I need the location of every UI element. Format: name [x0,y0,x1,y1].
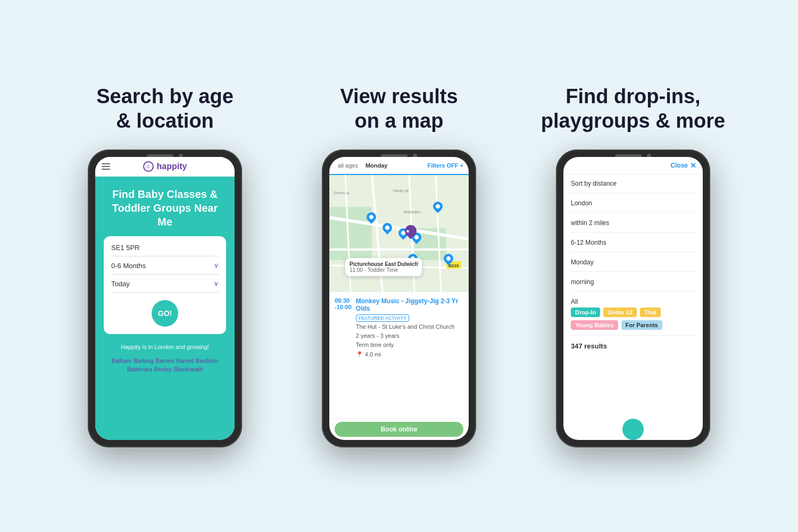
tag-dropin[interactable]: Drop-In [571,307,600,317]
screen3-topbar: Close ✕ [563,157,703,174]
result-badge: FEATURED ACTIVITY [356,314,409,322]
search-form: SE1 5PR 0-6 Months ∨ Today ∨ G [104,236,226,334]
day-field[interactable]: Today ∨ [111,280,219,293]
screen1-body: Find Baby Classes &Toddler Groups NearMe… [95,177,235,440]
chevron-down-icon: ∨ [214,262,219,269]
callout-sub: 11:00 - Toddler Time [350,267,418,273]
filter-time[interactable]: morning [571,278,695,292]
screen2-topbar: all ages Monday Filters OFF + [329,157,469,175]
hamburger-icon[interactable] [102,163,110,170]
filter-location[interactable]: London [571,200,695,213]
filters-button[interactable]: Filters OFF + [427,162,463,169]
tag-under2[interactable]: Under £2 [603,307,637,317]
result-ages: 2 years - 3 years [356,332,463,340]
day-value: Today [111,280,130,288]
city-link[interactable]: Balham [112,358,131,364]
city-link[interactable]: Basildon [196,358,218,364]
chevron-down-icon-2: ∨ [214,280,219,287]
location-field[interactable]: SE1 5PR [111,244,219,256]
close-button[interactable]: Close ✕ [670,161,696,170]
close-label: Close [670,162,688,169]
result-name[interactable]: Monkey Music - Jiggety-Jig 2-3 Yr Olds [356,297,463,312]
panel-search: Search by age& location ☺ happity [59,85,271,447]
result-time: 09:30-10:00 [335,297,352,359]
ages-chip[interactable]: all ages [335,161,361,170]
filters-body: Sort by distance London within 2 miles 6… [563,174,703,417]
city-link[interactable]: Battersea [127,366,152,372]
screen1-headline: Find Baby Classes &Toddler Groups NearMe [104,187,226,229]
phone1-screen: ☺ happity Find Baby Classes &Toddler Gro… [95,157,235,440]
city-links: Balham Barking Barnes Barnet Basildon Ba… [104,358,226,372]
results-count: 347 results [571,342,695,350]
fab-button[interactable] [622,419,644,440]
filter-type-label: All [571,298,578,305]
svg-text:B219: B219 [448,263,459,268]
callout-close[interactable]: ✕ [415,260,420,265]
phone3-screen: Close ✕ Sort by distance London within 2… [563,157,703,440]
tag-for-parents[interactable]: For Parents [621,320,662,330]
close-icon: ✕ [690,161,696,170]
svg-text:Grove La.: Grove La. [334,191,350,195]
city-link[interactable]: Blackheath [174,366,203,372]
city-link[interactable]: Barnes [156,358,174,364]
svg-text:Danby St: Danby St [393,189,409,193]
phone-2: all ages Monday Filters OFF + [322,149,476,447]
result-type: Term time only [356,341,463,349]
result-distance: 📍 4.0 mi [356,351,463,359]
result-venue: The Hut - St Luke's and Christ Church [356,323,463,331]
location-value: SE1 5PR [111,244,139,252]
screen2: all ages Monday Filters OFF + [329,157,469,440]
book-online-button[interactable]: Book online [335,422,463,437]
city-link[interactable]: Barnet [176,358,193,364]
screen1-header: ☺ happity [95,157,235,177]
filter-age[interactable]: 6-12 Months [571,239,695,252]
result-item: 09:30-10:00 Monkey Music - Jiggety-Jig 2… [329,292,469,419]
panel-filters: Find drop-ins,playgroups & more Close ✕ … [527,85,739,447]
go-button[interactable]: GO! [152,300,178,327]
svg-text:Bellenden: Bellenden [404,210,420,214]
filter-distance[interactable]: within 2 miles [571,219,695,232]
main-container: Search by age& location ☺ happity [27,63,771,468]
age-value: 0-6 Months [111,262,146,270]
filter-day[interactable]: Monday [571,259,695,272]
filter-tags: Drop-In Under £2 Trial Young Babies For … [571,307,695,330]
panel-map: View resultson a map all ages Monday Fil… [293,85,505,447]
screen3: Close ✕ Sort by distance London within 2… [563,157,703,440]
panel1-title: Search by age& location [96,85,234,133]
logo-icon: ☺ [143,161,154,172]
map-view[interactable]: Grove La. Danby St Bellenden B219 [329,175,469,292]
city-link[interactable]: Barking [134,358,153,364]
callout-title: Picturehouse East Dulwich [350,261,418,267]
filter-type: All Drop-In Under £2 Trial Young Babies … [571,298,695,336]
logo-text: happity [157,162,187,171]
filter-sort[interactable]: Sort by distance [571,180,695,193]
phone2-screen: all ages Monday Filters OFF + [329,157,469,440]
tag-trial[interactable]: Trial [640,307,661,317]
panel2-title: View resultson a map [340,85,458,133]
city-link[interactable]: Bexley [154,366,172,372]
day-chip[interactable]: Monday [365,162,388,169]
age-field[interactable]: 0-6 Months ∨ [111,262,219,275]
phone-1: ☺ happity Find Baby Classes &Toddler Gro… [88,149,242,447]
svg-rect-1 [329,207,372,260]
panel3-title: Find drop-ins,playgroups & more [541,85,725,133]
app-logo: ☺ happity [143,161,187,172]
screen1: ☺ happity Find Baby Classes &Toddler Gro… [95,157,235,440]
phone-3: Close ✕ Sort by distance London within 2… [556,149,710,447]
footer-text: Happity is in London and growing! [104,344,226,350]
map-callout[interactable]: ✕ Picturehouse East Dulwich 11:00 - Todd… [345,258,422,276]
tag-young-babies[interactable]: Young Babies [571,320,618,330]
